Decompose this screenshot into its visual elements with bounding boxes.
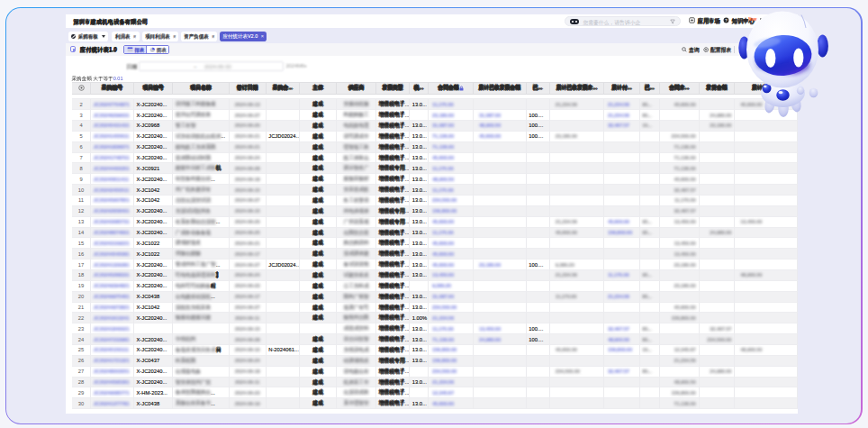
svg-text:?: ? xyxy=(725,18,728,23)
